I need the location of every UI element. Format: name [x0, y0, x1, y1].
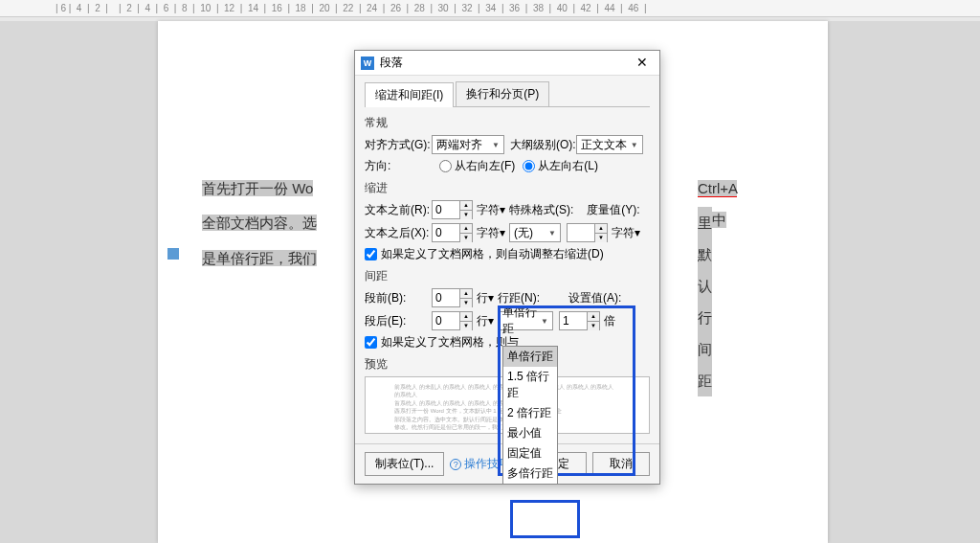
label-line-spacing: 行距(N): [498, 290, 540, 306]
label-space-after: 段后(E): [365, 313, 432, 329]
dropdown-option[interactable]: 多倍行距 [503, 464, 557, 484]
spin-down-icon[interactable]: ▼ [460, 322, 472, 330]
label-ltr: 从左向右(L) [538, 158, 598, 174]
dropdown-option[interactable]: 2 倍行距 [503, 403, 557, 423]
label-special-format: 特殊格式(S): [509, 202, 573, 218]
spinner-measure[interactable]: ▲▼ [567, 223, 608, 242]
spin-up-icon[interactable]: ▲ [460, 312, 472, 322]
dropdown-option[interactable]: 最小值 [503, 423, 557, 443]
dialog-titlebar[interactable]: W 段落 ✕ [355, 51, 659, 76]
dropdown-option[interactable]: 固定值 [503, 443, 557, 464]
spinner-set-value[interactable]: ▲▼ [559, 311, 600, 330]
unit-line: 行▾ [477, 313, 494, 329]
combo-line-spacing[interactable]: 单倍行距▼ [498, 311, 553, 330]
tab-indent-spacing[interactable]: 缩进和间距(I) [365, 82, 454, 107]
input-space-after[interactable] [433, 312, 459, 329]
spin-up-icon[interactable]: ▲ [595, 224, 607, 234]
unit-char: 字符▾ [477, 225, 505, 241]
tips-link[interactable]: ? 操作技巧 [450, 456, 510, 472]
checkbox-spacing-grid[interactable] [365, 336, 377, 349]
spin-up-icon[interactable]: ▲ [460, 201, 472, 211]
spin-up-icon[interactable]: ▲ [588, 312, 599, 322]
unit-char: 字符▾ [612, 225, 640, 241]
input-measure[interactable] [568, 224, 594, 241]
dialog-title: 段落 [380, 55, 631, 71]
input-space-before[interactable] [433, 289, 459, 306]
unit-line: 行▾ [477, 290, 494, 306]
chevron-down-icon: ▼ [492, 141, 500, 149]
input-indent-after[interactable] [433, 224, 459, 241]
spinner-space-before[interactable]: ▲▼ [432, 288, 473, 307]
input-set-value[interactable] [560, 312, 587, 329]
spin-down-icon[interactable]: ▼ [460, 234, 472, 242]
section-indent: 缩进 [365, 180, 650, 196]
help-icon: ? [450, 459, 461, 470]
label-spacing-grid: 如果定义了文档网格，则与 [381, 334, 519, 351]
close-button[interactable]: ✕ [631, 54, 654, 73]
combo-special-format[interactable]: (无)▼ [509, 223, 561, 242]
doc-line-3: 是单倍行距，我们 [202, 242, 317, 274]
label-outline: 大纲级别(O): [510, 137, 576, 153]
spinner-space-after[interactable]: ▲▼ [432, 311, 473, 330]
cancel-button[interactable]: 取消 [592, 452, 650, 476]
tab-line-page[interactable]: 换行和分页(P) [456, 81, 549, 106]
chevron-down-icon: ▼ [631, 141, 638, 149]
spin-up-icon[interactable]: ▲ [460, 289, 472, 299]
dropdown-option[interactable]: 单倍行距 [503, 347, 557, 367]
spinner-indent-before[interactable]: ▲▼ [432, 200, 473, 219]
checkbox-indent-grid[interactable] [365, 248, 377, 260]
radio-rtl[interactable] [439, 160, 452, 172]
label-indent-after: 文本之后(X): [365, 225, 432, 241]
chevron-down-icon: ▼ [541, 317, 548, 326]
app-icon: W [361, 57, 374, 70]
section-spacing: 间距 [365, 268, 650, 284]
unit-mult: 倍 [604, 313, 615, 329]
radio-ltr[interactable] [523, 160, 535, 172]
label-alignment: 对齐方式(G): [365, 137, 432, 153]
spin-down-icon[interactable]: ▼ [460, 299, 472, 307]
combo-outline[interactable]: 正文文本▼ [576, 135, 643, 154]
tab-stops-button[interactable]: 制表位(T)... [365, 452, 444, 476]
combo-alignment[interactable]: 两端对齐▼ [432, 135, 504, 154]
spin-down-icon[interactable]: ▼ [595, 234, 607, 242]
label-indent-before: 文本之前(R): [365, 202, 432, 218]
ruler: | 6 | 4 | 2 | | 2 | 4 | 6 | 8 | 10 | 12 … [0, 0, 980, 17]
chevron-down-icon: ▼ [548, 229, 556, 238]
label-set-value: 设置值(A): [568, 290, 621, 306]
label-indent-grid: 如果定义了文档网格，则自动调整右缩进(D) [381, 246, 604, 262]
paragraph-mark-icon [167, 248, 179, 260]
input-indent-before[interactable] [433, 201, 459, 218]
doc-line-2: 全部文档内容。选 里默认行间距 [202, 207, 317, 238]
dropdown-option[interactable]: 1.5 倍行距 [503, 367, 557, 403]
section-general: 常规 [365, 115, 650, 131]
spin-down-icon[interactable]: ▼ [588, 322, 599, 330]
unit-char: 字符▾ [477, 202, 505, 218]
label-rtl: 从右向左(F) [455, 158, 515, 174]
spinner-indent-after[interactable]: ▲▼ [432, 223, 473, 242]
spin-up-icon[interactable]: ▲ [460, 224, 472, 234]
label-direction: 方向: [365, 158, 432, 174]
label-measure: 度量值(Y): [587, 202, 639, 218]
label-space-before: 段前(B): [365, 290, 432, 306]
doc-line-1: 首先打开一份 Wo Ctrl+A 选中 [202, 172, 313, 204]
spin-down-icon[interactable]: ▼ [460, 211, 472, 219]
line-spacing-dropdown[interactable]: 单倍行距 1.5 倍行距 2 倍行距 最小值 固定值 多倍行距 [502, 346, 558, 485]
tabs: 缩进和间距(I) 换行和分页(P) [365, 81, 650, 107]
